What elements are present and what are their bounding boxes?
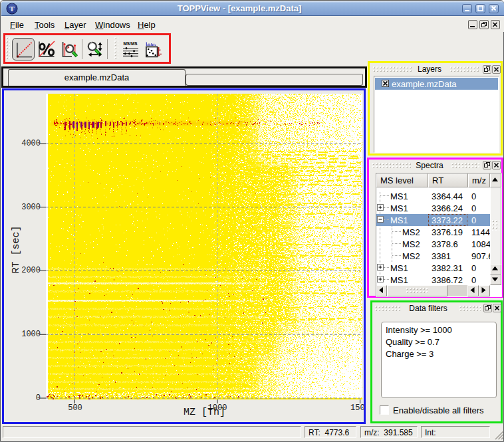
svg-text:MS/MS: MS/MS — [124, 41, 138, 47]
